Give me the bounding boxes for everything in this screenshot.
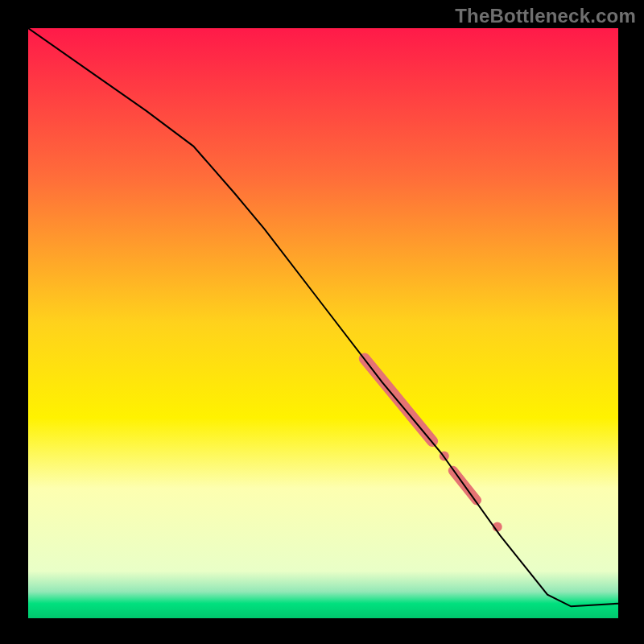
chart-frame: TheBottleneck.com xyxy=(0,0,644,644)
watermark-text: TheBottleneck.com xyxy=(455,5,636,27)
bottleneck-chart xyxy=(28,28,618,618)
plot-background xyxy=(28,28,618,618)
